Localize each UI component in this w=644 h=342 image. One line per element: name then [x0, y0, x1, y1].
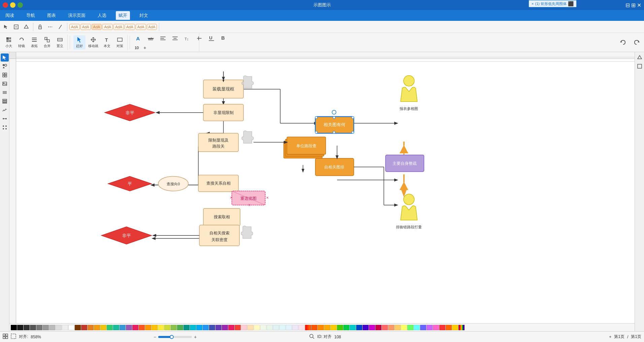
- color-pink2[interactable]: [228, 325, 234, 330]
- statusbar-select-icon[interactable]: [11, 334, 16, 340]
- statusbar-page-prev[interactable]: +: [609, 335, 611, 339]
- color-crimson[interactable]: [375, 325, 381, 330]
- color-darkbrown[interactable]: [75, 325, 81, 330]
- color-yellowish[interactable]: [318, 325, 324, 330]
- color-purple[interactable]: [126, 325, 132, 330]
- color-lightlime[interactable]: [260, 325, 266, 330]
- tb2-align-center[interactable]: [170, 34, 180, 43]
- canvas-area[interactable]: 装载显现框 非显现限制 非平: [9, 52, 635, 331]
- color-orange2[interactable]: [145, 325, 151, 330]
- drawing-canvas[interactable]: 装载显现框 非显现限制 非平: [16, 59, 635, 331]
- node-重选览图[interactable]: 重选览图 × × ×: [230, 191, 269, 207]
- color-lightteal[interactable]: [273, 325, 279, 330]
- right-panel-btn2[interactable]: [636, 62, 644, 70]
- color-peach[interactable]: [388, 325, 394, 330]
- shape-btn-7[interactable]: AdA: [136, 24, 146, 30]
- color-pastelcyan[interactable]: [414, 325, 420, 330]
- menu-item-3[interactable]: 图表: [44, 11, 59, 20]
- color-deeppurple[interactable]: [215, 325, 222, 330]
- menu-item-7[interactable]: 封文: [137, 11, 151, 20]
- color-pastelgreen[interactable]: [407, 325, 413, 330]
- tb2-bold[interactable]: B: [218, 34, 229, 43]
- color-white[interactable]: [68, 325, 74, 330]
- color-black[interactable]: [11, 325, 17, 330]
- statusbar-grid-icon[interactable]: [3, 334, 8, 340]
- shape-btn-2[interactable]: AdA: [80, 24, 91, 30]
- color-darkblue[interactable]: [356, 325, 362, 330]
- color-lightblue[interactable]: [196, 325, 202, 330]
- window-icon-1[interactable]: ⊟: [625, 2, 630, 8]
- color-gold[interactable]: [324, 325, 330, 330]
- color-lightgray2[interactable]: [56, 325, 62, 330]
- tb2-redo[interactable]: [631, 38, 643, 47]
- color-salmon[interactable]: [382, 325, 388, 330]
- left-tool-pointer[interactable]: [1, 53, 9, 62]
- color-lightpink[interactable]: [299, 325, 305, 330]
- color-pastelpink[interactable]: [433, 325, 439, 330]
- shape-btn-6[interactable]: AdA: [125, 24, 135, 30]
- menu-item-1[interactable]: 阅读: [3, 11, 17, 20]
- zoom-slider-thumb[interactable]: [170, 335, 174, 339]
- node-自相关图排[interactable]: 自相关图排: [315, 158, 354, 176]
- color-lightgreen[interactable]: [171, 325, 177, 330]
- color-aqua[interactable]: [350, 325, 356, 330]
- tb2-resize[interactable]: 小大: [3, 35, 15, 49]
- tool-shape[interactable]: [22, 24, 31, 30]
- shape-btn-3[interactable]: AdA: [92, 24, 102, 30]
- tb2-merge[interactable]: 合并: [41, 35, 53, 49]
- tool-select[interactable]: [1, 24, 11, 30]
- tool-dash[interactable]: [45, 24, 55, 30]
- color-teal2[interactable]: [183, 325, 190, 330]
- color-nearwhite[interactable]: [62, 325, 68, 330]
- tb2-select-tool[interactable]: 赶好: [73, 35, 86, 49]
- color-yellow3[interactable]: [331, 325, 337, 330]
- color-blue[interactable]: [120, 325, 126, 330]
- color-orange[interactable]: [88, 325, 94, 330]
- node-搜索取相[interactable]: 搜索取相: [203, 208, 240, 226]
- tb2-align-left[interactable]: [158, 34, 168, 43]
- window-icon-3[interactable]: ✕: [637, 2, 641, 8]
- tab-close[interactable]: ×: [532, 2, 534, 6]
- color-emerald[interactable]: [343, 325, 349, 330]
- color-green2[interactable]: [177, 325, 183, 330]
- tb2-strikeout[interactable]: [194, 34, 205, 43]
- zoom-icon[interactable]: [309, 334, 314, 340]
- tb2-strikethrough[interactable]: ab: [145, 34, 156, 43]
- shape-btn-1[interactable]: AdA: [69, 24, 80, 30]
- tb2-font-color[interactable]: A: [133, 34, 144, 43]
- tb2-text-size[interactable]: T↕: [182, 34, 193, 43]
- color-lime[interactable]: [164, 325, 170, 330]
- left-tool-extra[interactable]: [1, 123, 9, 131]
- tool-pen[interactable]: [56, 24, 65, 30]
- tb2-box-tool[interactable]: 对策: [114, 35, 126, 49]
- color-brightyellow[interactable]: [452, 325, 458, 330]
- color-lightorange[interactable]: [247, 325, 253, 330]
- node-主要自身整疏[interactable]: 主要自身整疏: [385, 155, 424, 172]
- menu-item-2[interactable]: 导航: [24, 11, 38, 20]
- color-brightred[interactable]: [439, 325, 445, 330]
- right-panel-btn1[interactable]: [636, 53, 644, 62]
- minimize-button[interactable]: [10, 2, 15, 8]
- color-cyan[interactable]: [190, 325, 196, 330]
- color-magenta[interactable]: [369, 325, 375, 330]
- color-brightorange[interactable]: [446, 325, 452, 330]
- menu-item-4[interactable]: 演示页面: [65, 11, 88, 20]
- color-amber2[interactable]: [151, 325, 158, 330]
- left-tool-image[interactable]: [1, 80, 9, 88]
- color-amber[interactable]: [94, 325, 100, 330]
- close-button[interactable]: [3, 2, 8, 8]
- color-pastelorange[interactable]: [395, 325, 401, 330]
- left-tool-grid[interactable]: [1, 71, 9, 79]
- tool-lock[interactable]: [35, 24, 45, 30]
- left-tool-layers[interactable]: [1, 88, 9, 97]
- left-tool-connect[interactable]: [1, 115, 9, 123]
- color-lightgreen2[interactable]: [267, 325, 273, 330]
- window-icon-2[interactable]: ⊞: [631, 2, 636, 8]
- color-red[interactable]: [81, 325, 87, 330]
- floating-tab[interactable]: × (1) 矩形低先周围体 ⬛: [529, 0, 577, 7]
- zoom-out-btn[interactable]: −: [154, 334, 156, 340]
- color-pastelpurple[interactable]: [427, 325, 433, 330]
- menu-item-5[interactable]: 人选: [95, 11, 109, 20]
- maximize-button[interactable]: [18, 2, 23, 8]
- left-tool-data[interactable]: [1, 97, 9, 105]
